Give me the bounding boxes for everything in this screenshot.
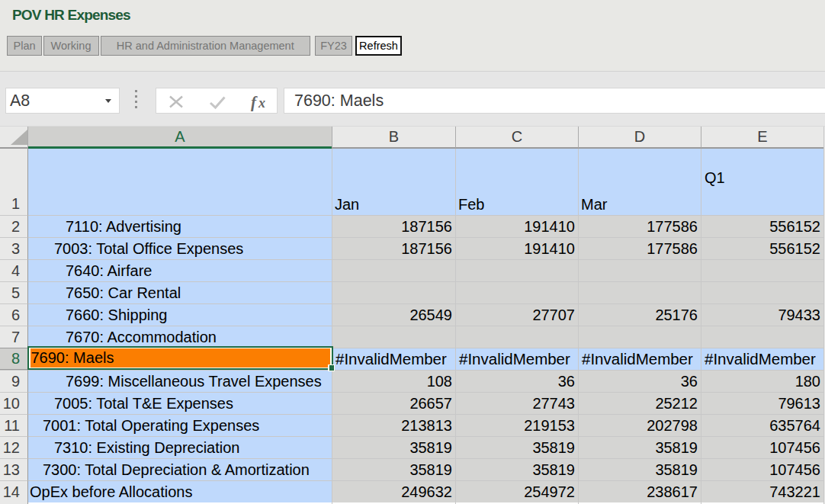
svg-text:f: f — [251, 93, 258, 111]
svg-text:x: x — [258, 95, 265, 111]
